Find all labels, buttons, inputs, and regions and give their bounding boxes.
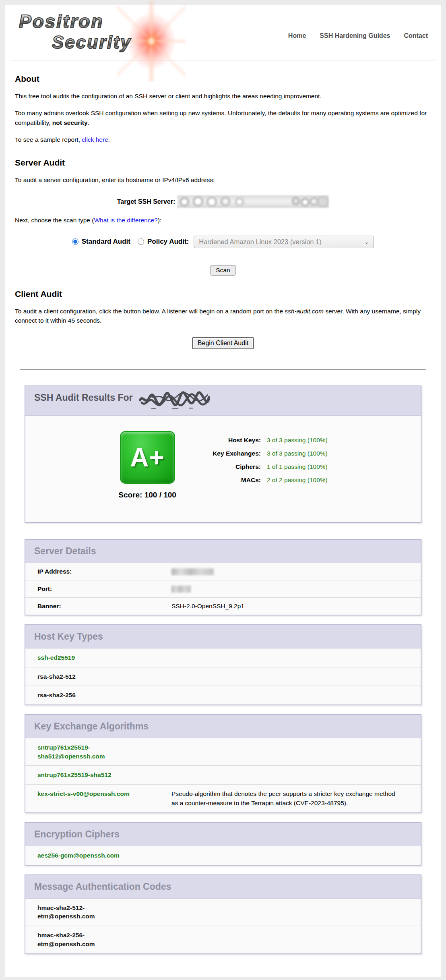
stat-row-host-keys: Host Keys: 3 of 3 passing (100%) [196, 437, 328, 444]
policy-select-value: Hardened Amazon Linux 2023 (version 1) [199, 238, 322, 246]
stat-label: Key Exchanges: [196, 450, 261, 457]
nav-ssh-hardening-guides[interactable]: SSH Hardening Guides [320, 32, 390, 39]
stat-row-ciphers: Ciphers: 1 of 1 passing (100%) [196, 463, 328, 470]
policy-audit-radio[interactable] [138, 238, 144, 245]
algorithm-row: ssh-ed25519 [25, 648, 421, 667]
sample-report-link[interactable]: click here [82, 136, 108, 143]
server-audit-heading: Server Audit [15, 158, 431, 168]
logo-text-security: Security [52, 32, 132, 52]
grade-letter: A+ [130, 443, 165, 472]
grade-column: A+ Score: 100 / 100 [118, 431, 176, 499]
stat-value: 1 of 1 passing (100%) [267, 463, 328, 470]
text-segment: ): [158, 217, 161, 224]
page-content: About This free tool audits the configur… [4, 74, 442, 349]
encryption-ciphers-panel: Encryption Ciphers aes256-gcm@openssh.co… [25, 822, 421, 866]
macs-heading: Message Authentication Codes [25, 875, 421, 899]
text-segment: To see a sample report, [15, 136, 82, 143]
encryption-ciphers-list: aes256-gcm@openssh.com [25, 846, 421, 865]
client-audit-heading: Client Audit [15, 289, 431, 299]
about-paragraph-1: This free tool audits the configuration … [15, 91, 431, 101]
redacted-port-value [171, 586, 191, 593]
policy-select[interactable]: Hardened Amazon Linux 2023 (version 1) ⌄ [194, 236, 374, 248]
algorithm-name: sntrup761x25519-sha512 [37, 771, 171, 779]
host-key-types-heading: Host Key Types [25, 625, 421, 648]
table-row-banner: Banner: SSH-2.0-OpenSSH_9.2p1 [25, 598, 421, 615]
target-server-label: Target SSH Server: [117, 198, 176, 205]
key-exchange-list: sntrup761x25519- sha512@openssh.comsntru… [25, 738, 421, 812]
client-audit-paragraph: To audit a client configuration, click t… [15, 307, 431, 325]
stat-value: 3 of 3 passing (100%) [267, 437, 328, 444]
table-row-port: Port: [25, 580, 421, 598]
about-paragraph-2: Too many admins overlook SSH configurati… [15, 108, 431, 127]
target-server-input[interactable] [177, 195, 329, 208]
stat-label: Ciphers: [196, 463, 261, 470]
scan-type-difference-link[interactable]: What is the difference? [94, 217, 157, 224]
main-nav: Home SSH Hardening Guides Contact [288, 32, 428, 39]
text-segment: not security [52, 119, 88, 126]
algorithm-description [171, 771, 421, 779]
nav-home[interactable]: Home [288, 32, 306, 39]
row-label: Banner: [37, 603, 171, 610]
scan-type-options: Standard Audit Policy Audit: Hardened Am… [15, 236, 431, 248]
begin-client-audit-button[interactable]: Begin Client Audit [192, 337, 254, 349]
algorithm-description [171, 743, 421, 760]
results-stats: Host Keys: 3 of 3 passing (100%) Key Exc… [196, 437, 328, 499]
target-server-row: Target SSH Server: [15, 195, 431, 208]
standard-audit-label: Standard Audit [82, 238, 130, 246]
scan-button[interactable]: Scan [211, 265, 235, 276]
text-segment: This free tool audits the configuration … [15, 93, 322, 99]
redacted-hostname-scribble [137, 390, 210, 410]
about-paragraph-3: To see a sample report, click here. [15, 135, 431, 144]
stat-label: Host Keys: [196, 437, 261, 444]
score-text: Score: 100 / 100 [118, 491, 176, 499]
ssh-audit-results-panel: SSH Audit Results For A+ Score: 100 / 10… [25, 385, 421, 523]
algorithm-name: sntrup761x25519- sha512@openssh.com [37, 743, 171, 760]
text-segment: Next, choose the scan type ( [15, 217, 94, 224]
text-segment: To audit a client configuration, click t… [15, 308, 285, 315]
algorithm-row: rsa-sha2-512 [25, 667, 421, 686]
server-audit-intro: To audit a server configuration, enter i… [15, 175, 431, 184]
site-header: Positron Security Home SSH Hardening Gui… [4, 4, 442, 60]
logo-text-positron: Positron [19, 10, 104, 32]
algorithm-row: hmac-sha2-256- etm@openssh.com [25, 926, 421, 953]
key-exchange-panel: Key Exchange Algorithms sntrup761x25519-… [25, 714, 421, 813]
scan-type-line: Next, choose the scan type (What is the … [15, 215, 431, 225]
server-details-heading: Server Details [25, 540, 421, 563]
grade-badge: A+ [120, 431, 175, 484]
algorithm-row: aes256-gcm@openssh.com [25, 846, 421, 865]
redacted-ip-value [171, 568, 214, 575]
nav-contact[interactable]: Contact [404, 32, 428, 39]
algorithm-row: sntrup761x25519- sha512@openssh.com [25, 738, 421, 766]
algorithm-row: kex-strict-s-v00@openssh.comPseudo-algor… [25, 785, 421, 812]
banner-value: SSH-2.0-OpenSSH_9.2p1 [171, 603, 244, 610]
stat-value: 2 of 2 passing (100%) [267, 477, 328, 484]
algorithm-row: rsa-sha2-256 [25, 686, 421, 704]
macs-panel: Message Authentication Codes hmac-sha2-5… [25, 874, 421, 954]
positron-security-logo: Positron Security [13, 7, 186, 60]
stat-row-macs: MACs: 2 of 2 passing (100%) [196, 477, 328, 484]
policy-audit-label: Policy Audit: [147, 238, 189, 246]
macs-list: hmac-sha2-512- etm@openssh.comhmac-sha2-… [25, 899, 421, 953]
results-panel-body: A+ Score: 100 / 100 Host Keys: 3 of 3 pa… [25, 416, 421, 522]
text-segment: . [108, 136, 110, 143]
algorithm-row: sntrup761x25519-sha512 [25, 766, 421, 785]
host-key-types-list: ssh-ed25519rsa-sha2-512rsa-sha2-256 [25, 648, 421, 704]
algorithm-name: kex-strict-s-v00@openssh.com [37, 789, 171, 808]
host-key-types-panel: Host Key Types ssh-ed25519rsa-sha2-512rs… [25, 624, 421, 705]
algorithm-row: hmac-sha2-512- etm@openssh.com [25, 899, 421, 926]
results-panel-title: SSH Audit Results For [34, 392, 133, 403]
server-details-panel: Server Details IP Address: Port: Banner:… [25, 539, 421, 615]
about-heading: About [15, 74, 431, 84]
section-divider [20, 369, 426, 370]
chevron-down-icon: ⌄ [364, 239, 369, 244]
standard-audit-radio[interactable] [72, 238, 78, 245]
results-panel-header: SSH Audit Results For [25, 386, 421, 416]
row-label: Port: [37, 585, 171, 593]
text-segment: ssh-audit.com [285, 308, 323, 315]
table-row-ip-address: IP Address: [25, 563, 421, 580]
stat-value: 3 of 3 passing (100%) [267, 450, 328, 457]
stat-row-key-exchanges: Key Exchanges: 3 of 3 passing (100%) [196, 450, 328, 457]
text-segment: . [88, 119, 89, 126]
row-label: IP Address: [37, 568, 171, 575]
encryption-ciphers-heading: Encryption Ciphers [25, 823, 421, 846]
